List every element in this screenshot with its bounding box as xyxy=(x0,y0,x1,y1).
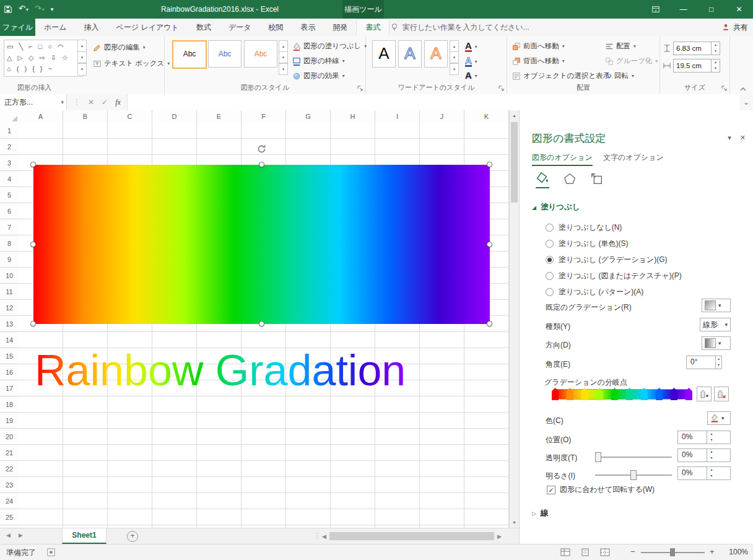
row-header[interactable]: 12 xyxy=(0,300,19,316)
row-header[interactable]: 11 xyxy=(0,284,19,300)
transparency-stepper[interactable]: ▴▾ xyxy=(707,449,716,462)
fill-option-radio[interactable]: 塗りつぶし (グラデーション)(G) xyxy=(546,252,682,268)
align-button[interactable]: 配置 ▾ xyxy=(605,42,636,51)
drawing-tools-contextual-tab[interactable]: 描画ツール xyxy=(342,0,384,19)
column-header[interactable]: D xyxy=(152,110,197,123)
brightness-stepper[interactable]: ▴▾ xyxy=(707,467,716,479)
shape-gallery[interactable]: ▭ ╲ ⌐ □ ○ ◠ △ ▷ ◇ ⇨ ⇩ ☆ ⌂ ( ) { } ~ xyxy=(4,40,83,77)
row-header[interactable]: 23 xyxy=(0,477,19,493)
sheet-tab-active[interactable]: Sheet1 xyxy=(62,528,107,544)
ribbon-tab[interactable]: 開発 xyxy=(324,19,356,36)
row-header[interactable]: 8 xyxy=(0,235,19,252)
minimize-button[interactable]: — xyxy=(669,0,697,19)
redo-button[interactable]: ↷▾ xyxy=(35,0,45,19)
add-gradient-stop-button[interactable] xyxy=(697,387,712,401)
transparency-slider-thumb[interactable] xyxy=(595,452,601,462)
zoom-level[interactable]: 100% xyxy=(722,548,748,556)
ribbon-tab[interactable]: データ xyxy=(220,19,260,36)
shape-fill-button[interactable]: 図形の塗りつぶし ▾ xyxy=(292,42,367,51)
fill-line-category-icon[interactable] xyxy=(536,171,549,188)
customize-qat-button[interactable]: ▾ xyxy=(51,0,54,19)
row-header[interactable]: 2 xyxy=(0,139,19,155)
horizontal-scrollbar[interactable]: ◀ ▶ xyxy=(320,530,503,542)
gradient-stop[interactable] xyxy=(686,388,692,400)
resize-handle-n[interactable] xyxy=(259,162,264,167)
gradient-stop[interactable] xyxy=(611,388,618,400)
row-header[interactable]: 25 xyxy=(0,509,19,525)
row-header[interactable]: 4 xyxy=(0,171,19,187)
rotate-handle-icon[interactable] xyxy=(256,144,267,154)
next-sheet-icon[interactable]: ▶ xyxy=(19,532,23,538)
fill-option-radio[interactable]: 塗りつぶし (図またはテクスチャ)(P) xyxy=(546,268,682,284)
column-header[interactable]: A xyxy=(19,110,63,123)
close-button[interactable]: ✕ xyxy=(725,0,753,19)
angle-stepper[interactable]: ▴▾ xyxy=(715,356,721,369)
shape-gallery-row[interactable]: ⌂ ( ) { } ~ xyxy=(7,63,80,74)
column-header[interactable]: G xyxy=(286,110,331,123)
fill-option-radio[interactable]: 塗りつぶしなし(N) xyxy=(546,219,682,235)
row-header[interactable]: 10 xyxy=(0,268,19,284)
row-header[interactable]: 19 xyxy=(0,413,19,429)
gradient-stop[interactable] xyxy=(567,388,573,400)
edit-shape-button[interactable]: 図形の編集 ▾ xyxy=(93,43,146,52)
share-button[interactable]: 共有 xyxy=(721,19,748,36)
zoom-out-button[interactable]: − xyxy=(630,547,635,556)
gradient-angle-field[interactable]: 0° ▴▾ xyxy=(686,356,722,369)
remove-gradient-stop-button[interactable] xyxy=(714,387,729,401)
normal-view-icon[interactable] xyxy=(560,548,572,557)
gallery-up-icon[interactable]: ▴ xyxy=(77,40,87,52)
styles-down-icon[interactable]: ▾ xyxy=(279,52,288,63)
prev-sheet-icon[interactable]: ◀ xyxy=(6,532,11,538)
resize-handle-e[interactable] xyxy=(487,242,492,247)
macro-record-icon[interactable] xyxy=(47,548,55,556)
row-header[interactable]: 6 xyxy=(0,203,19,219)
group-button[interactable]: グループ化 ▾ xyxy=(605,56,658,66)
scroll-down-icon[interactable]: ▼ xyxy=(510,517,519,528)
rotate-button[interactable]: ↻ 回転 ▾ xyxy=(605,71,634,81)
select-all-corner[interactable] xyxy=(0,110,19,123)
wordart-text[interactable]: Rainbow Gradation xyxy=(35,347,406,395)
page-layout-view-icon[interactable] xyxy=(580,548,591,557)
row-header[interactable]: 14 xyxy=(0,332,19,348)
row-header[interactable]: 1 xyxy=(0,123,19,139)
tab-file[interactable]: ファイル xyxy=(0,19,35,36)
styles-more-icon[interactable]: ▾ xyxy=(279,63,288,75)
column-header[interactable]: K xyxy=(464,110,509,123)
stop-color-dropdown[interactable]: ▾ xyxy=(707,411,731,425)
fill-section-header[interactable]: ◢塗りつぶし xyxy=(532,202,580,212)
wordart-style-preset[interactable]: A xyxy=(398,40,422,68)
tab-text-options[interactable]: 文字のオプション xyxy=(603,152,664,163)
fill-option-radio[interactable]: 塗りつぶし (パターン)(A) xyxy=(546,284,682,300)
ribbon-tab[interactable]: 書式 xyxy=(356,19,390,36)
ribbon-display-options-icon[interactable] xyxy=(642,0,669,19)
gradient-stop[interactable] xyxy=(581,388,588,400)
pane-options-icon[interactable]: ▾ xyxy=(728,134,731,142)
preset-gradient-dropdown[interactable]: ▾ xyxy=(702,299,731,312)
row-header[interactable]: 15 xyxy=(0,348,19,364)
column-header[interactable]: I xyxy=(375,110,420,123)
vertical-scroll-thumb[interactable] xyxy=(511,122,518,203)
row-header[interactable]: 20 xyxy=(0,429,19,445)
column-header[interactable]: E xyxy=(197,110,242,123)
wordart-more-icon[interactable]: ▾ xyxy=(450,63,459,75)
row-header[interactable]: 7 xyxy=(0,219,19,235)
wordart-down-icon[interactable]: ▾ xyxy=(450,52,459,63)
cancel-entry-button[interactable]: ✕ xyxy=(88,98,94,107)
text-outline-button[interactable]: A ▾ xyxy=(465,56,477,67)
fill-option-radio[interactable]: 塗りつぶし (単色)(S) xyxy=(546,235,682,252)
gradient-stop[interactable] xyxy=(656,388,663,400)
ribbon-tab[interactable]: ページ レイアウト xyxy=(108,19,188,36)
row-header[interactable]: 13 xyxy=(0,316,19,332)
shape-style-preset[interactable]: Abc xyxy=(244,40,277,68)
zoom-slider-thumb[interactable] xyxy=(670,548,675,556)
resize-handle-ne[interactable] xyxy=(487,162,492,167)
row-header[interactable]: 21 xyxy=(0,445,19,461)
resize-handle-nw[interactable] xyxy=(30,162,36,167)
zoom-in-button[interactable]: + xyxy=(710,547,715,556)
ribbon-tab[interactable]: ホーム xyxy=(35,19,76,36)
gradient-stop[interactable] xyxy=(626,388,633,400)
gradient-type-dropdown[interactable]: 線形 ▾ xyxy=(700,318,731,331)
selection-pane-button[interactable]: オブジェクトの選択と表示 xyxy=(512,71,610,81)
gradient-stop-bar[interactable] xyxy=(554,389,689,400)
column-header[interactable]: B xyxy=(63,110,108,123)
